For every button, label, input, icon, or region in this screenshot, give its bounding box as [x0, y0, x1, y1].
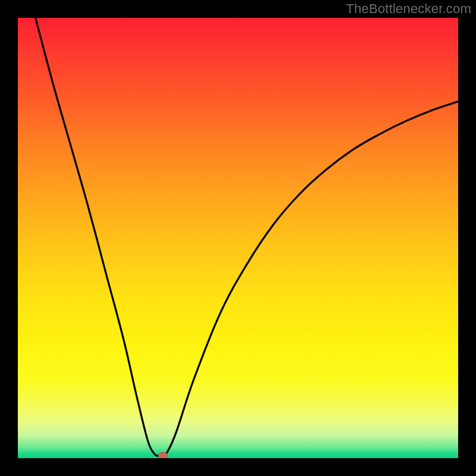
bottleneck-curve-path — [36, 18, 458, 456]
curve-svg — [18, 18, 458, 458]
attribution-text: TheBottlenecker.com — [346, 1, 471, 17]
optimum-marker — [158, 452, 168, 458]
chart-stage: TheBottlenecker.com — [0, 0, 476, 476]
plot-area — [18, 18, 458, 458]
